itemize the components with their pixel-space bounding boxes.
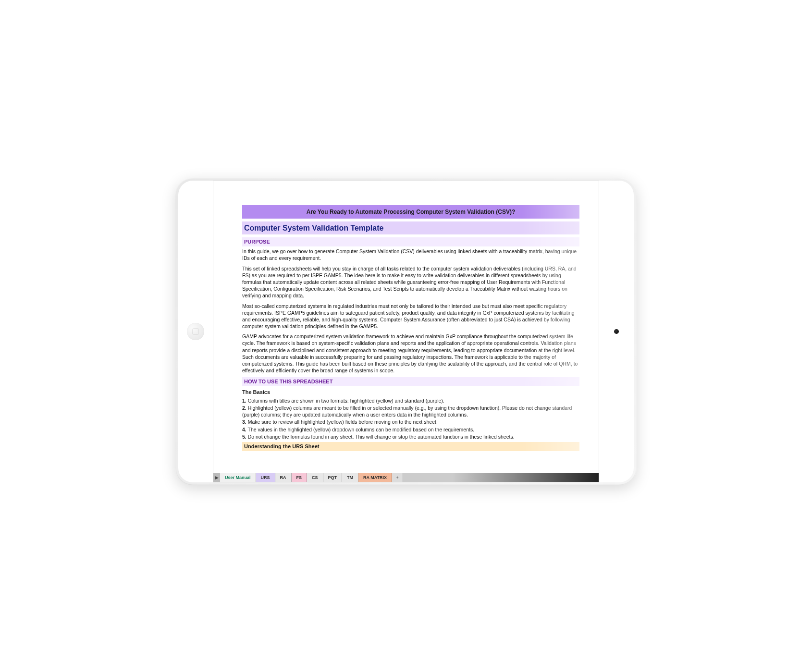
page-title: Computer System Validation Template [244,223,578,233]
understanding-urs-head: Understanding the URS Sheet [242,442,579,451]
brand-logo-text: Scilife [213,186,579,200]
basics-item-4: 4. The values in the highlighted (yellow… [242,426,579,433]
purpose-paragraph-1: In this guide, we go over how to generat… [242,248,579,261]
tab-cs[interactable]: CS [307,473,323,482]
tab-scroll-left-icon[interactable]: ▶ [213,473,220,482]
tab-add-sheet[interactable]: + [392,473,403,482]
tab-ra-matrix[interactable]: RA MATRIX [358,473,392,482]
tab-pqt[interactable]: PQT [323,473,343,482]
spreadsheet-document: Scilife Are You Ready to Automate Proces… [213,181,599,473]
page-banner: Are You Ready to Automate Processing Com… [242,205,579,219]
bezel-right [599,181,634,482]
section-purpose-head: PURPOSE [242,237,579,246]
purpose-paragraph-2: This set of linked spreadsheets will hel… [242,265,579,299]
tab-user-manual[interactable]: User Manual [220,473,256,482]
basics-subhead: The Basics [242,389,579,396]
purpose-paragraph-4: GAMP advocates for a computerized system… [242,333,579,374]
tab-urs[interactable]: URS [256,473,275,482]
basics-item-5: 5. Do not change the formulas found in a… [242,433,579,440]
basics-item-1: 1. Columns with titles are shown in two … [242,397,579,404]
tablet-bezel: Scilife Are You Ready to Automate Proces… [178,181,634,482]
home-button[interactable] [187,323,204,340]
page-title-row: Computer System Validation Template [242,221,579,235]
tab-fs[interactable]: FS [292,473,308,482]
tablet-device-frame: Scilife Are You Ready to Automate Proces… [175,178,637,485]
basics-item-2: 2. Highlighted (yellow) columns are mean… [242,405,579,418]
sheet-tabs-strip: ▶ User Manual URS RA FS CS PQT TM RA MAT… [213,473,599,482]
tablet-screen: Scilife Are You Ready to Automate Proces… [213,181,599,482]
tab-ra[interactable]: RA [275,473,292,482]
front-camera [614,329,619,334]
basics-item-3: 3. Make sure to review all highlighted (… [242,418,579,425]
tab-tm[interactable]: TM [342,473,358,482]
bezel-left [178,181,213,482]
section-howto-head: HOW TO USE THIS SPREADSHEET [242,377,579,386]
purpose-paragraph-3: Most so-called computerized systems in r… [242,303,579,330]
